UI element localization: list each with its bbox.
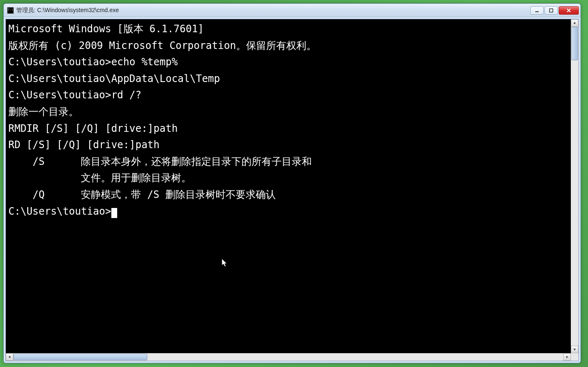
horizontal-scrollbar[interactable] <box>6 353 571 361</box>
hscroll-track[interactable] <box>13 353 563 361</box>
console-line: C:\Users\toutiao>rd /? <box>8 87 568 104</box>
console-line: RMDIR [/S] [/Q] [drive:]path <box>8 121 568 137</box>
console-line: Microsoft Windows [版本 6.1.7601] <box>8 21 568 38</box>
minimize-button[interactable] <box>530 6 544 15</box>
window-controls <box>530 6 579 15</box>
console-line: C:\Users\toutiao\AppData\Local\Temp <box>8 71 568 87</box>
cmd-window: 管理员: C:\Windows\system32\cmd.exe Microso… <box>3 3 581 363</box>
scroll-left-button[interactable] <box>6 353 13 361</box>
console-line: /Q 安静模式，带 /S 删除目录树时不要求确认 <box>8 187 568 203</box>
hscroll-thumb[interactable] <box>13 354 147 360</box>
vertical-scrollbar[interactable] <box>571 19 578 353</box>
svg-marker-7 <box>566 356 568 358</box>
vscroll-track[interactable] <box>571 27 578 346</box>
console-line: RD [/S] [/Q] [drive:]path <box>8 137 568 154</box>
close-button[interactable] <box>559 6 579 15</box>
titlebar[interactable]: 管理员: C:\Windows\system32\cmd.exe <box>4 4 580 17</box>
window-title: 管理员: C:\Windows\system32\cmd.exe <box>16 7 530 14</box>
console-line: C:\Users\toutiao> <box>8 203 568 220</box>
svg-marker-6 <box>8 356 10 358</box>
console-line: C:\Users\toutiao>echo %temp% <box>8 54 568 71</box>
console-line: /S 除目录本身外，还将删除指定目录下的所有子目录和 <box>8 154 568 170</box>
vscroll-thumb[interactable] <box>571 27 578 60</box>
console-line: 文件。用于删除目录树。 <box>8 170 568 187</box>
maximize-button[interactable] <box>544 6 558 15</box>
scroll-down-button[interactable] <box>571 346 578 353</box>
svg-marker-4 <box>573 22 576 24</box>
scroll-right-button[interactable] <box>563 353 571 361</box>
svg-marker-5 <box>573 349 576 351</box>
console-line: 删除一个目录。 <box>8 104 568 121</box>
cursor-icon <box>111 208 117 218</box>
cmd-icon <box>7 7 14 14</box>
console-output[interactable]: Microsoft Windows [版本 6.1.7601]版权所有 (c) … <box>6 19 571 353</box>
svg-rect-1 <box>549 9 553 12</box>
scroll-up-button[interactable] <box>571 19 578 27</box>
console-line: 版权所有 (c) 2009 Microsoft Corporation。保留所有… <box>8 38 568 54</box>
scroll-corner <box>571 353 578 361</box>
console-frame: Microsoft Windows [版本 6.1.7601]版权所有 (c) … <box>5 19 579 361</box>
